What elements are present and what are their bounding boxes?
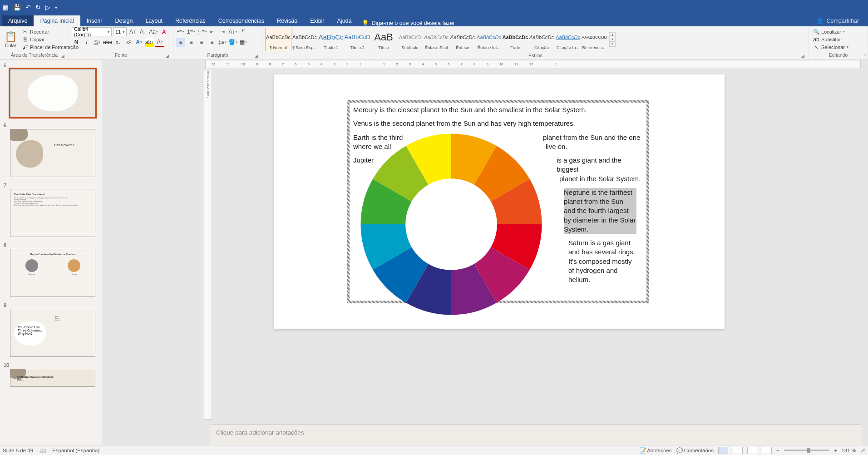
slide-thumbnails[interactable]: 5 6 Cat Power 1 7 The Slide Title Goes H… bbox=[0, 60, 102, 445]
tab-correspondencias[interactable]: Correspondências bbox=[212, 15, 271, 26]
style-t-tulo[interactable]: AaBTítulo bbox=[370, 28, 397, 51]
clipboard-launcher[interactable]: ◢ bbox=[60, 53, 66, 59]
multilevel-button[interactable]: ⋮≡ bbox=[197, 27, 206, 36]
notes-toggle[interactable]: 📝 Anotações bbox=[640, 447, 672, 454]
style-cita--o-in---[interactable]: AaBbCcDcCitação In... bbox=[555, 28, 581, 51]
replace-button[interactable]: abSubstituir bbox=[812, 36, 850, 43]
style-refer-ncia---[interactable]: AAABBCCDDReferência... bbox=[581, 28, 607, 51]
style-forte[interactable]: AaBbCcDcForte bbox=[502, 28, 528, 51]
highlight-button[interactable]: ab bbox=[145, 38, 154, 47]
status-slide[interactable]: Slide 5 de 49 bbox=[3, 448, 33, 453]
tab-referencias[interactable]: Referências bbox=[169, 15, 212, 26]
sort-button[interactable]: A↓ bbox=[228, 27, 237, 36]
thumbnail-6[interactable]: Cat Power 1 bbox=[10, 129, 95, 177]
status-language[interactable]: Espanhol (Espanha) bbox=[52, 448, 99, 453]
shrink-font-button[interactable]: A↓ bbox=[138, 27, 148, 36]
borders-button[interactable]: ▦ bbox=[239, 38, 248, 47]
style--nfase-sutil[interactable]: AaBbCcDcÊnfase Sutil bbox=[423, 28, 449, 51]
tab-arquivo[interactable]: Arquivo bbox=[2, 15, 34, 26]
font-launcher[interactable]: ◢ bbox=[164, 53, 170, 59]
align-right-button[interactable]: ≡ bbox=[197, 38, 206, 47]
gallery-down-button[interactable]: ▾ bbox=[610, 37, 615, 42]
spell-check-icon[interactable]: 📖 bbox=[39, 447, 46, 454]
justify-button[interactable]: ≡ bbox=[207, 38, 217, 47]
collapse-ribbon-button[interactable]: ˄ bbox=[864, 54, 866, 59]
subscript-button[interactable]: x₂ bbox=[113, 38, 123, 47]
tab-inserir[interactable]: Inserir bbox=[80, 15, 109, 26]
zoom-out-button[interactable]: − bbox=[776, 448, 779, 453]
numbering-button[interactable]: 1≡ bbox=[187, 27, 196, 36]
tab-pagina-inicial[interactable]: Página Inicial bbox=[34, 15, 80, 26]
thumbnail-9[interactable]: You Could Use Three Columns, Why Not? Ma… bbox=[10, 309, 95, 357]
comments-toggle[interactable]: 💬 Comentários bbox=[676, 447, 714, 454]
cursor-icon: ↖ bbox=[813, 44, 819, 50]
style-t-tulo-1[interactable]: AaBbCcTítulo 1 bbox=[318, 28, 344, 51]
view-slideshow-button[interactable] bbox=[762, 447, 772, 454]
strike-button[interactable]: abc bbox=[103, 38, 112, 47]
zoom-slider[interactable] bbox=[784, 450, 829, 451]
redo-button[interactable]: ↻ bbox=[35, 4, 41, 11]
indent-button[interactable]: ⇥ bbox=[218, 27, 227, 36]
styles-gallery[interactable]: AaBbCcDc¶ NormalAaBbCcDc¶ Sem Esp...AaBb… bbox=[265, 27, 607, 52]
styles-launcher[interactable]: ◢ bbox=[800, 53, 806, 59]
show-marks-button[interactable]: ¶ bbox=[239, 27, 248, 36]
find-button[interactable]: 🔍Localizar ▾ bbox=[812, 28, 850, 35]
notes-pane[interactable]: Clique para adicionar anotações bbox=[211, 424, 861, 445]
outdent-button[interactable]: ⇤ bbox=[207, 27, 217, 36]
main-area: 5 6 Cat Power 1 7 The Slide Title Goes H… bbox=[0, 60, 868, 445]
tab-revisao[interactable]: Revisão bbox=[271, 15, 304, 26]
align-center-button[interactable]: ≡ bbox=[187, 38, 196, 47]
tab-exibir[interactable]: Exibir bbox=[304, 15, 330, 26]
horizontal-ruler[interactable]: 1211109876543211234567891011121 bbox=[205, 60, 861, 68]
underline-button[interactable]: S bbox=[93, 38, 102, 47]
style---sem-esp---[interactable]: AaBbCcDc¶ Sem Esp... bbox=[291, 28, 318, 51]
line-spacing-button[interactable]: ‡≡ bbox=[218, 38, 227, 47]
gallery-up-button[interactable]: ▴ bbox=[610, 33, 615, 37]
font-name-combo[interactable]: Calibri (Corpo) bbox=[72, 27, 112, 36]
font-size-combo[interactable]: 11 bbox=[113, 27, 127, 36]
italic-button[interactable]: I bbox=[82, 38, 91, 47]
font-color-button[interactable]: A bbox=[155, 38, 164, 47]
app-icon: ▦ bbox=[3, 4, 9, 11]
zoom-in-button[interactable]: + bbox=[834, 448, 837, 453]
bold-button[interactable]: N bbox=[72, 38, 81, 47]
vertical-ruler[interactable]: 76543211234567 bbox=[204, 70, 212, 420]
tab-design[interactable]: Design bbox=[108, 15, 139, 26]
view-sorter-button[interactable] bbox=[733, 447, 743, 454]
style-cita--o[interactable]: AaBbCcDcCitação bbox=[528, 28, 555, 51]
clear-format-button[interactable]: A̷ bbox=[159, 27, 168, 36]
tab-ajuda[interactable]: Ajuda bbox=[331, 15, 358, 26]
tab-layout[interactable]: Layout bbox=[139, 15, 169, 26]
qat-customize-icon[interactable]: ▾ bbox=[55, 5, 57, 10]
share-button[interactable]: 👤 Compartilhar bbox=[807, 15, 868, 26]
save-button[interactable]: 💾 bbox=[13, 4, 21, 11]
text-effects-button[interactable]: A bbox=[134, 38, 143, 47]
zoom-level[interactable]: 131 % bbox=[841, 448, 856, 453]
thumbnail-8[interactable]: Maybe You Need to Divide the Content Mer… bbox=[10, 249, 95, 297]
align-left-button[interactable]: ≡ bbox=[176, 38, 185, 47]
style--nfase[interactable]: AaBbCcDcÊnfase bbox=[449, 28, 476, 51]
style-subt-tulo[interactable]: AaBbCcDSubtítulo bbox=[397, 28, 423, 51]
change-case-button[interactable]: Aa bbox=[149, 27, 158, 36]
font-group-label: Fonte bbox=[115, 52, 127, 58]
tell-me-search[interactable]: 💡 Diga-me o que você deseja fazer bbox=[362, 20, 455, 26]
select-button[interactable]: ↖Selecionar ▾ bbox=[812, 44, 850, 51]
superscript-button[interactable]: x² bbox=[124, 38, 133, 47]
view-normal-button[interactable] bbox=[718, 447, 728, 454]
paragraph-launcher[interactable]: ◢ bbox=[253, 53, 259, 59]
gallery-more-button[interactable]: ▿ bbox=[610, 42, 615, 46]
undo-button[interactable]: ↶ bbox=[25, 4, 31, 11]
view-reading-button[interactable] bbox=[747, 447, 757, 454]
thumbnail-7[interactable]: The Slide Title Goes Here! Do you know w… bbox=[10, 189, 95, 237]
style-t-tulo-2[interactable]: AaBbCcDTítulo 2 bbox=[344, 28, 370, 51]
bullets-button[interactable]: •≡ bbox=[176, 27, 185, 36]
style--nfase-int---[interactable]: AaBbCcDcÊnfase Int... bbox=[476, 28, 502, 51]
style---normal[interactable]: AaBbCcDc¶ Normal bbox=[265, 28, 291, 51]
start-slideshow-button[interactable]: ▷ bbox=[45, 4, 50, 11]
grow-font-button[interactable]: A↑ bbox=[128, 27, 137, 36]
shading-button[interactable]: 🪣 bbox=[228, 38, 237, 47]
thumbnail-10[interactable]: A Picture Always Reinforces the… bbox=[10, 369, 95, 387]
thumbnail-5[interactable] bbox=[10, 69, 95, 117]
paste-button[interactable]: 📋 Colar bbox=[3, 30, 19, 49]
fit-window-button[interactable]: ⤢ bbox=[861, 447, 865, 454]
